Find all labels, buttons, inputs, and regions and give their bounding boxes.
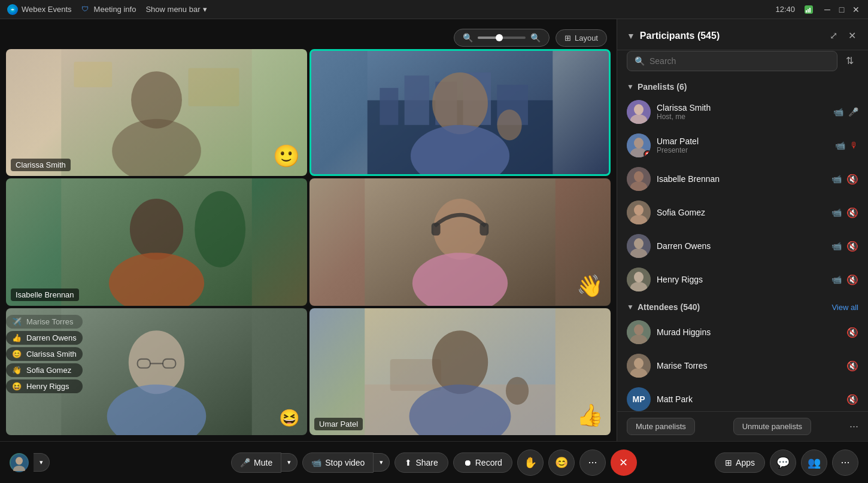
sort-btn[interactable]: ⇅ [841,50,858,71]
stop-video-label: Stop video [325,458,365,467]
panel-close-btn[interactable]: ✕ [846,28,858,44]
avatar-split-btn: ▾ [34,453,50,472]
mute-label: Mute [254,458,272,467]
search-box[interactable]: 🔍 [627,51,837,71]
pname-clarissa: Clarissa Smith [657,103,827,113]
chat-icon: 💬 [776,456,790,469]
prole-clarissa: Host, me [657,113,827,121]
zoom-track [478,37,497,39]
svg-rect-2 [808,9,809,13]
layout-grid-icon: ⊞ [564,34,571,42]
pcam-umar[interactable]: 📹 [835,141,845,150]
share-btn[interactable]: ⬆ Share [394,452,448,473]
pinfo-henry: Henry Riggs [657,275,825,284]
avatar-arrow-btn[interactable]: ▾ [34,453,50,472]
svg-point-41 [634,104,644,115]
svg-rect-3 [809,8,811,13]
pmic-murad[interactable]: 🔇 [846,327,858,338]
panelists-section-header[interactable]: ▼ Panelists (6) [622,76,863,95]
video-name-isabelle: Isabelle Brennan [11,288,79,301]
panel-collapse-btn[interactable]: ▼ [627,31,635,41]
search-row: 🔍 ⇅ [617,50,868,76]
mute-panelists-btn[interactable]: Mute panelists [627,418,695,435]
svg-point-59 [634,324,644,335]
avatar-matt: MP [627,387,651,411]
end-call-btn[interactable]: ✕ [611,449,637,476]
video-toolbar: 🔍 🔍 ⊞ Layout [454,29,607,47]
toolbar-center: 🎤 Mute ▾ 📹 Stop video ▾ ⬆ Share ⏺ Record… [231,449,637,476]
minimize-btn[interactable]: ─ [823,5,832,14]
pinfo-isabelle: Isabelle Brennan [657,174,825,184]
chat-btn[interactable]: 💬 [770,449,796,476]
reaction-name-darren: Darren Owens [26,333,77,342]
panel-header-icons: ⤢ ✕ [827,28,858,44]
svg-rect-7 [74,62,112,87]
reactions-btn[interactable]: 😊 [548,449,575,476]
participant-clarissa: Clarissa Smith Host, me 📹 🎤 [622,95,863,129]
unmute-panelists-btn[interactable]: Unmute panelists [733,418,811,435]
pcam-henry[interactable]: 📹 [831,275,842,284]
attendees-section-header[interactable]: ▼ Attendees (540) View all [622,296,863,315]
panel-popout-btn[interactable]: ⤢ [827,28,840,44]
raise-hand-btn[interactable]: ✋ [517,449,544,476]
pmic-isabelle[interactable]: 🔇 [846,174,858,185]
zoom-in-icon[interactable]: 🔍 [530,33,541,42]
video-grid: Clarissa Smith 🙂 [0,19,617,441]
pname-marise: Marise Torres [657,361,840,370]
pname-henry: Henry Riggs [657,275,825,284]
video-person-sofia [309,178,611,305]
stop-video-btn[interactable]: 📹 Stop video [302,452,374,473]
pmic-umar[interactable]: 🎙 [850,141,858,150]
view-all-btn[interactable]: View all [831,303,858,312]
pmic-sofia[interactable]: 🔇 [846,207,858,218]
zoom-thumb [496,34,503,41]
reaction-item-clarissa: 😊 Clarissa Smith [6,347,83,361]
pmic-henry[interactable]: 🔇 [846,274,858,285]
reactions-icon: 😊 [555,456,568,469]
pcam-isabelle[interactable]: 📹 [831,174,842,184]
participants-panel-btn[interactable]: 👥 [801,449,827,476]
zoom-out-icon[interactable]: 🔍 [463,33,473,42]
record-label: Record [475,458,502,467]
avatar-henry [627,268,651,291]
pinfo-sofia: Sofia Gomez [657,208,825,217]
pcam-darren[interactable]: 📹 [831,241,842,251]
pmic-darren[interactable]: 🔇 [846,241,858,252]
pcam-sofia[interactable]: 📹 [831,208,842,217]
pcam-clarissa[interactable]: 📹 [833,107,843,117]
pcontrols-henry: 📹 🔇 [831,274,858,285]
svg-point-24 [433,199,487,260]
reaction-item-henry: 😆 Henry Riggs [6,379,83,393]
pmic-clarissa[interactable]: 🎤 [848,107,858,117]
bottom-toolbar: ▾ 🎤 Mute ▾ 📹 Stop video ▾ ⬆ Share ⏺ [0,441,868,483]
stop-video-arrow-btn[interactable]: ▾ [374,453,390,472]
show-menu-btn[interactable]: Show menu bar ▾ [145,5,207,14]
zoom-slider[interactable] [478,37,526,39]
mute-arrow-btn[interactable]: ▾ [281,453,298,472]
end-call-icon: ✕ [619,456,628,469]
pcontrols-murad: 🔇 [846,327,858,338]
layout-button[interactable]: ⊞ Layout [556,29,607,47]
prole-umar: Presenter [657,146,829,154]
participant-isabelle: Isabelle Brennan 📹 🔇 [622,162,863,196]
maximize-btn[interactable]: □ [837,5,846,14]
meeting-info-btn[interactable]: 🛡 Meeting info [81,5,136,14]
video-emoji-sofia: 👋 [576,274,603,299]
zoom-control[interactable]: 🔍 🔍 [454,29,550,47]
pinfo-clarissa: Clarissa Smith Host, me [657,103,827,121]
svg-point-56 [634,272,644,282]
record-btn[interactable]: ⏺ Record [453,452,512,473]
panel-footer-more-btn[interactable]: ··· [849,420,858,433]
close-btn[interactable]: ✕ [851,5,861,14]
svg-point-39 [506,376,529,405]
more-right-btn[interactable]: ··· [832,449,858,476]
apps-btn[interactable]: ⊞ Apps [715,452,765,473]
pmic-matt[interactable]: 🔇 [846,394,858,405]
search-input[interactable] [650,56,830,66]
app-title: Webex Events [7,4,72,15]
mute-btn[interactable]: 🎤 Mute [231,452,281,473]
pcontrols-marise: 🔇 [846,360,858,372]
pmic-marise[interactable]: 🔇 [846,360,858,372]
signal-icon [805,5,813,14]
more-btn[interactable]: ··· [579,449,606,476]
